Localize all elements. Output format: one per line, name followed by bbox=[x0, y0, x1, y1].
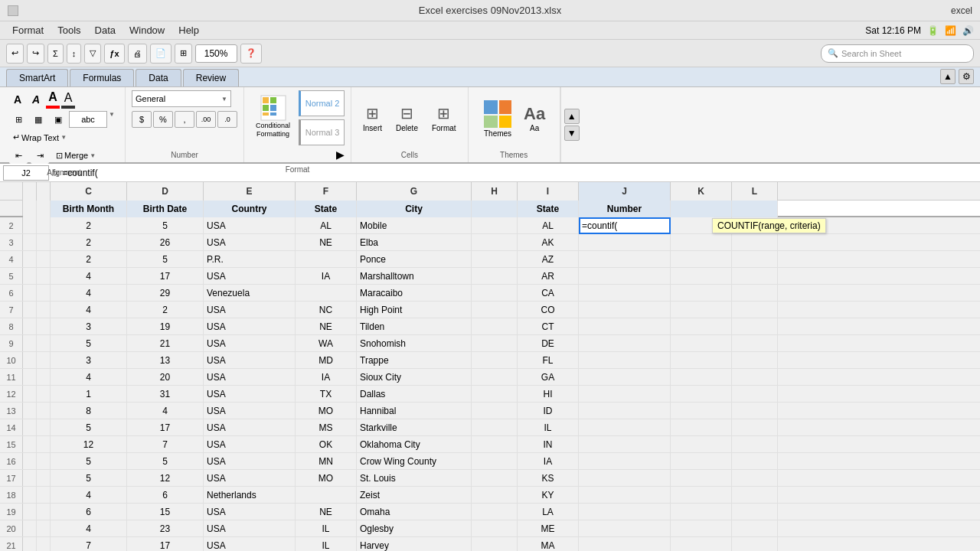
print-btn[interactable]: 🖨 bbox=[128, 44, 147, 64]
cell[interactable]: NE bbox=[296, 504, 357, 520]
cell[interactable] bbox=[37, 520, 51, 537]
ribbon-settings-btn[interactable]: ⚙ bbox=[959, 69, 974, 84]
cell[interactable] bbox=[472, 470, 518, 487]
cell[interactable] bbox=[671, 335, 732, 352]
cell[interactable] bbox=[472, 436, 518, 453]
indent-increase-btn[interactable]: ⇥ bbox=[31, 147, 49, 164]
cell[interactable] bbox=[472, 251, 518, 268]
cell[interactable]: 17 bbox=[127, 537, 204, 551]
cell[interactable] bbox=[23, 318, 37, 335]
cell[interactable]: Dallas bbox=[357, 386, 472, 403]
cell[interactable]: 7 bbox=[51, 537, 127, 551]
cell[interactable]: MS bbox=[296, 419, 357, 436]
subheader-g[interactable]: City bbox=[357, 201, 472, 217]
cell[interactable]: USA bbox=[204, 302, 296, 318]
cell[interactable] bbox=[579, 268, 671, 285]
cell[interactable] bbox=[671, 234, 732, 251]
cell[interactable]: Sioux City bbox=[357, 369, 472, 386]
cell[interactable] bbox=[579, 234, 671, 251]
cell[interactable]: 12 bbox=[51, 436, 127, 453]
cell[interactable] bbox=[23, 520, 37, 537]
cell[interactable] bbox=[37, 419, 51, 436]
cell[interactable]: Venezuela bbox=[204, 285, 296, 302]
cell[interactable] bbox=[579, 470, 671, 487]
cell[interactable] bbox=[37, 453, 51, 470]
cell[interactable]: 21 bbox=[127, 335, 204, 352]
ribbon-scroll-down-btn[interactable]: ▼ bbox=[564, 126, 580, 141]
page-btn[interactable]: 📄 bbox=[150, 44, 172, 64]
cell-ref-box[interactable]: J2 bbox=[3, 165, 49, 181]
cell[interactable] bbox=[671, 251, 732, 268]
cell[interactable] bbox=[23, 251, 37, 268]
cell[interactable] bbox=[671, 318, 732, 335]
cell[interactable]: FL bbox=[518, 352, 579, 369]
aa-themes-btn[interactable]: Aa Aa bbox=[520, 102, 549, 135]
cell[interactable]: 5 bbox=[127, 217, 204, 234]
cell[interactable]: 4 bbox=[51, 285, 127, 302]
cell[interactable]: USA bbox=[204, 386, 296, 403]
cell[interactable]: USA bbox=[204, 403, 296, 419]
ribbon-scroll-up-btn[interactable]: ▲ bbox=[564, 109, 580, 124]
cell[interactable]: MA bbox=[518, 537, 579, 551]
cell[interactable] bbox=[671, 268, 732, 285]
cell[interactable]: 2 bbox=[51, 234, 127, 251]
undo-btn[interactable]: ↩ bbox=[6, 44, 24, 64]
col-header-i[interactable]: I bbox=[518, 182, 579, 201]
cell[interactable] bbox=[472, 285, 518, 302]
cell[interactable]: USA bbox=[204, 369, 296, 386]
cell[interactable]: USA bbox=[204, 268, 296, 285]
subheader-j[interactable]: Number bbox=[579, 201, 671, 217]
cell[interactable] bbox=[579, 302, 671, 318]
cell[interactable] bbox=[23, 453, 37, 470]
subheader-k[interactable] bbox=[671, 201, 732, 217]
cell[interactable]: Marshalltown bbox=[357, 268, 472, 285]
cell[interactable] bbox=[37, 318, 51, 335]
cell[interactable] bbox=[732, 268, 778, 285]
cell[interactable]: 1 bbox=[51, 386, 127, 403]
cell[interactable] bbox=[732, 335, 778, 352]
formula-input[interactable] bbox=[62, 165, 977, 181]
cell[interactable]: TX bbox=[296, 386, 357, 403]
cell[interactable] bbox=[732, 302, 778, 318]
cell[interactable]: USA bbox=[204, 419, 296, 436]
cell[interactable] bbox=[472, 403, 518, 419]
normal3-style-btn[interactable]: Normal 3 bbox=[299, 119, 345, 145]
cell[interactable] bbox=[671, 419, 732, 436]
cell[interactable] bbox=[472, 537, 518, 551]
cell[interactable] bbox=[37, 504, 51, 520]
cell[interactable] bbox=[37, 335, 51, 352]
cell[interactable] bbox=[37, 487, 51, 504]
cell[interactable]: AZ bbox=[518, 251, 579, 268]
cell[interactable] bbox=[37, 436, 51, 453]
cell[interactable]: 15 bbox=[127, 504, 204, 520]
cell[interactable]: IA bbox=[296, 268, 357, 285]
themes-btn[interactable]: Themes bbox=[479, 96, 517, 140]
cell[interactable]: MD bbox=[296, 352, 357, 369]
cell[interactable] bbox=[579, 369, 671, 386]
wrap-text-arrow[interactable]: ▼ bbox=[60, 134, 67, 141]
ribbon-collapse-btn[interactable]: ▲ bbox=[940, 69, 956, 84]
cell[interactable] bbox=[37, 217, 51, 234]
cell[interactable] bbox=[579, 251, 671, 268]
cell[interactable]: 6 bbox=[127, 487, 204, 504]
cell[interactable] bbox=[37, 234, 51, 251]
cell[interactable] bbox=[23, 369, 37, 386]
cell[interactable]: 2 bbox=[127, 302, 204, 318]
cell[interactable] bbox=[671, 487, 732, 504]
percent-btn[interactable]: % bbox=[153, 111, 173, 128]
cell[interactable]: USA bbox=[204, 537, 296, 551]
cell[interactable]: Zeist bbox=[357, 487, 472, 504]
cell[interactable]: 8 bbox=[51, 403, 127, 419]
cell[interactable]: IN bbox=[518, 436, 579, 453]
cell[interactable] bbox=[23, 403, 37, 419]
subheader-c[interactable]: Birth Month bbox=[51, 201, 127, 217]
cell[interactable]: WA bbox=[296, 335, 357, 352]
indent-decrease-btn[interactable]: ⇤ bbox=[9, 147, 28, 164]
cell[interactable] bbox=[37, 537, 51, 551]
cell[interactable] bbox=[671, 537, 732, 551]
cell[interactable] bbox=[579, 285, 671, 302]
cell[interactable]: AL bbox=[518, 217, 579, 234]
font-italic-btn[interactable]: A bbox=[28, 91, 44, 108]
cell[interactable] bbox=[296, 487, 357, 504]
cell[interactable]: NE bbox=[296, 234, 357, 251]
